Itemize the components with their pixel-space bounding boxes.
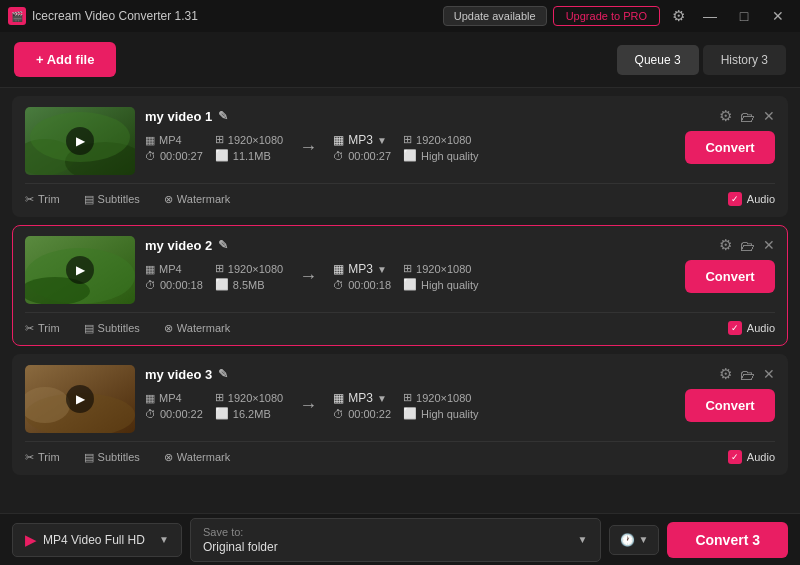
target-resolution-1: ⊞ 1920×1080 bbox=[403, 133, 478, 146]
save-selector[interactable]: Save to: Original folder ▼ bbox=[190, 518, 601, 562]
close-button[interactable]: ✕ bbox=[764, 6, 792, 26]
watermark-button-3[interactable]: ⊗ Watermark bbox=[164, 451, 230, 464]
audio-check-2[interactable]: ✓ Audio bbox=[728, 321, 775, 335]
play-button-1[interactable]: ▶ bbox=[66, 127, 94, 155]
card-title-row: my video 1 ✎ ⚙ 🗁 ✕ bbox=[145, 107, 775, 125]
schedule-button[interactable]: 🕐 ▼ bbox=[609, 525, 660, 555]
watermark-icon-2: ⊗ bbox=[164, 322, 173, 335]
remove-icon-2[interactable]: ✕ bbox=[763, 237, 775, 253]
convert-all-button[interactable]: Convert 3 bbox=[667, 522, 788, 558]
arrow-icon-3: → bbox=[295, 395, 321, 416]
card-title-row: my video 3 ✎ ⚙ 🗁 ✕ bbox=[145, 365, 775, 383]
source-format-2: ▦ MP4 bbox=[145, 263, 203, 276]
source-duration-3: ⏱ 00:00:22 bbox=[145, 408, 203, 420]
card-meta-2: ▦ MP4 ⏱ 00:00:18 ⊞ 1920×1080 bbox=[145, 260, 775, 293]
target-meta-3: ▦ MP3 ▼ ⏱ 00:00:22 bbox=[333, 391, 391, 420]
target-format-select-3[interactable]: ▦ MP3 ▼ bbox=[333, 391, 391, 405]
maximize-button[interactable]: □ bbox=[730, 6, 758, 26]
thumbnail-1[interactable]: ▶ bbox=[25, 107, 135, 175]
convert-button-3[interactable]: Convert bbox=[685, 389, 775, 422]
source-resolution-1: ⊞ 1920×1080 bbox=[215, 133, 283, 146]
audio-check-1[interactable]: ✓ Audio bbox=[728, 192, 775, 206]
watermark-icon-3: ⊗ bbox=[164, 451, 173, 464]
card-info-3: my video 3 ✎ ⚙ 🗁 ✕ ▦ MP4 bbox=[145, 365, 775, 422]
audio-checkbox-2[interactable]: ✓ bbox=[728, 321, 742, 335]
play-button-2[interactable]: ▶ bbox=[66, 256, 94, 284]
target-meta-1: ▦ MP3 ▼ ⏱ 00:00:27 bbox=[333, 133, 391, 162]
card-bottom-2: ✂ Trim ▤ Subtitles ⊗ Watermark ✓ Audio bbox=[25, 312, 775, 335]
play-button-3[interactable]: ▶ bbox=[66, 385, 94, 413]
source-resolution-3: ⊞ 1920×1080 bbox=[215, 391, 283, 404]
thumbnail-2[interactable]: ▶ bbox=[25, 236, 135, 304]
audio-check-3[interactable]: ✓ Audio bbox=[728, 450, 775, 464]
trim-icon-3: ✂ bbox=[25, 451, 34, 464]
watermark-button-2[interactable]: ⊗ Watermark bbox=[164, 322, 230, 335]
titlebar: 🎬 Icecream Video Converter 1.31 Update a… bbox=[0, 0, 800, 32]
subtitles-icon-2: ▤ bbox=[84, 322, 94, 335]
chevron-icon-2: ▼ bbox=[377, 264, 387, 275]
subtitles-button-2[interactable]: ▤ Subtitles bbox=[84, 322, 140, 335]
card-actions-1: ⚙ 🗁 ✕ bbox=[719, 107, 775, 125]
edit-icon-1[interactable]: ✎ bbox=[218, 109, 228, 123]
source-meta2-2: ⊞ 1920×1080 ⬜ 8.5MB bbox=[215, 262, 283, 291]
folder-icon-1[interactable]: 🗁 bbox=[740, 108, 755, 125]
add-file-button[interactable]: + Add file bbox=[14, 42, 116, 77]
upgrade-button[interactable]: Upgrade to PRO bbox=[553, 6, 660, 26]
folder-icon-2[interactable]: 🗁 bbox=[740, 237, 755, 254]
source-format-3: ▦ MP4 bbox=[145, 392, 203, 405]
settings-icon-2[interactable]: ⚙ bbox=[719, 236, 732, 254]
settings-icon-3[interactable]: ⚙ bbox=[719, 365, 732, 383]
settings-icon[interactable]: ⚙ bbox=[666, 4, 690, 28]
remove-icon-3[interactable]: ✕ bbox=[763, 366, 775, 382]
target-duration-3: ⏱ 00:00:22 bbox=[333, 408, 391, 420]
convert-button-1[interactable]: Convert bbox=[685, 131, 775, 164]
watermark-button-1[interactable]: ⊗ Watermark bbox=[164, 193, 230, 206]
edit-icon-3[interactable]: ✎ bbox=[218, 367, 228, 381]
video-list: ▶ my video 1 ✎ ⚙ 🗁 ✕ bbox=[0, 88, 800, 513]
thumbnail-3[interactable]: ▶ bbox=[25, 365, 135, 433]
card-title-1: my video 1 ✎ bbox=[145, 109, 228, 124]
video-card-3[interactable]: ▶ my video 3 ✎ ⚙ 🗁 ✕ bbox=[12, 354, 788, 475]
target-format-select-1[interactable]: ▦ MP3 ▼ bbox=[333, 133, 391, 147]
tab-history[interactable]: History 3 bbox=[703, 45, 786, 75]
trim-button-2[interactable]: ✂ Trim bbox=[25, 322, 60, 335]
source-size-1: ⬜ 11.1MB bbox=[215, 149, 283, 162]
source-meta2-3: ⊞ 1920×1080 ⬜ 16.2MB bbox=[215, 391, 283, 420]
audio-label-2: Audio bbox=[747, 322, 775, 334]
source-duration-2: ⏱ 00:00:18 bbox=[145, 279, 203, 291]
film-icon-3: ▦ bbox=[333, 391, 344, 405]
save-to-value: Original folder bbox=[203, 540, 572, 554]
video-card-1[interactable]: ▶ my video 1 ✎ ⚙ 🗁 ✕ bbox=[12, 96, 788, 217]
tabs-right: Queue 3 History 3 bbox=[617, 45, 786, 75]
subtitles-button-1[interactable]: ▤ Subtitles bbox=[84, 193, 140, 206]
subtitles-icon-3: ▤ bbox=[84, 451, 94, 464]
target-duration-2: ⏱ 00:00:18 bbox=[333, 279, 391, 291]
trim-icon-2: ✂ bbox=[25, 322, 34, 335]
clock-icon-2: ⏱ bbox=[145, 279, 156, 291]
clock-icon-3: ⏱ bbox=[145, 408, 156, 420]
convert-button-2[interactable]: Convert bbox=[685, 260, 775, 293]
card-bottom-3: ✂ Trim ▤ Subtitles ⊗ Watermark ✓ Audio bbox=[25, 441, 775, 464]
edit-icon-2[interactable]: ✎ bbox=[218, 238, 228, 252]
source-size-2: ⬜ 8.5MB bbox=[215, 278, 283, 291]
trim-button-1[interactable]: ✂ Trim bbox=[25, 193, 60, 206]
target-quality-2: ⬜ High quality bbox=[403, 278, 478, 291]
card-info-1: my video 1 ✎ ⚙ 🗁 ✕ ▦ MP4 bbox=[145, 107, 775, 164]
remove-icon-1[interactable]: ✕ bbox=[763, 108, 775, 124]
format-selector[interactable]: ▶ MP4 Video Full HD ▼ bbox=[12, 523, 182, 557]
audio-checkbox-3[interactable]: ✓ bbox=[728, 450, 742, 464]
app-icon: 🎬 bbox=[8, 7, 26, 25]
trim-button-3[interactable]: ✂ Trim bbox=[25, 451, 60, 464]
folder-icon-3[interactable]: 🗁 bbox=[740, 366, 755, 383]
settings-icon-1[interactable]: ⚙ bbox=[719, 107, 732, 125]
minimize-button[interactable]: — bbox=[696, 6, 724, 26]
subtitles-button-3[interactable]: ▤ Subtitles bbox=[84, 451, 140, 464]
video-card-2[interactable]: ▶ my video 2 ✎ ⚙ 🗁 ✕ bbox=[12, 225, 788, 346]
card-meta-1: ▦ MP4 ⏱ 00:00:27 ⊞ 1920×1080 bbox=[145, 131, 775, 164]
audio-checkbox-1[interactable]: ✓ bbox=[728, 192, 742, 206]
format-chevron-icon: ▼ bbox=[159, 534, 169, 545]
card-actions-3: ⚙ 🗁 ✕ bbox=[719, 365, 775, 383]
tab-queue[interactable]: Queue 3 bbox=[617, 45, 699, 75]
chevron-icon-3: ▼ bbox=[377, 393, 387, 404]
target-format-select-2[interactable]: ▦ MP3 ▼ bbox=[333, 262, 391, 276]
